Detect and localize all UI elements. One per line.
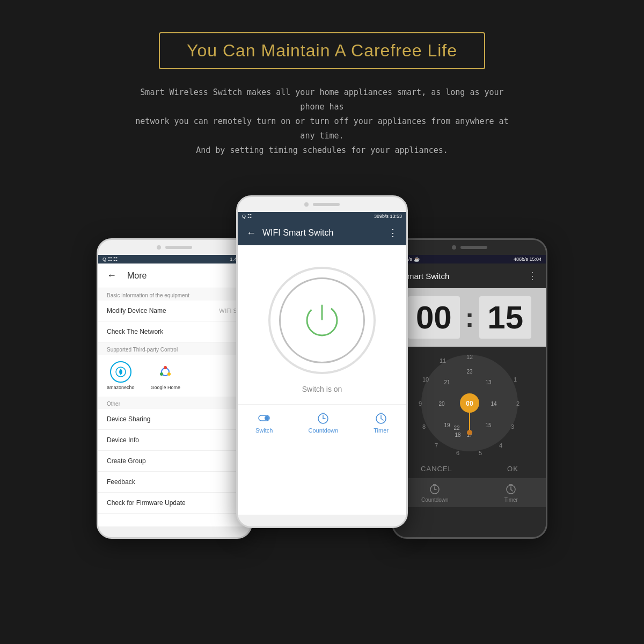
item6-label: Feedback [107,478,135,486]
dark-header: Smart Switch ⋮ [393,264,546,288]
section1-label: Basic information of the equipment [98,288,251,301]
menu-item-feedback[interactable]: Feedback [98,472,251,493]
time-colon: : [465,302,474,333]
nav-timer[interactable]: Timer [374,411,389,434]
phones-section: Q ☷ ☷ 1.42K/s ← More Basic information o… [0,174,644,539]
status-icons-center: Q ☷ [242,214,252,219]
nav-countdown-label: Countdown [309,427,339,434]
timer-icon [374,411,388,425]
nav-switch[interactable]: Switch [255,411,273,434]
status-bar-left: Q ☷ ☷ 1.42K/s [98,255,251,264]
nav-switch-label: Switch [255,427,273,434]
subtitle-text: Smart Wireless Switch makes all your hom… [134,85,510,158]
dark-bottom-nav: Countdown Timer [393,478,546,507]
svg-text:15: 15 [485,422,492,428]
google-logo[interactable]: Google Home [151,361,181,390]
svg-line-15 [381,419,383,420]
phone-left: Q ☷ ☷ 1.42K/s ← More Basic information o… [97,238,252,539]
cancel-ok-row: CANCEL OK [393,459,546,478]
menu-item-modify-name[interactable]: Modify Device Name WIFI Sm [98,301,251,321]
header-section: You Can Maintain A Carefree Life Smart W… [0,0,644,174]
menu-item-firmware[interactable]: Check for Firmware Update [98,493,251,514]
svg-point-8 [265,416,269,420]
speaker-left [165,246,192,249]
dark-countdown-icon [428,482,441,495]
nav-title-left: More [127,271,147,281]
svg-text:11: 11 [440,357,446,364]
menu-item-create-group[interactable]: Create Group [98,451,251,472]
third-party-section: amazonecho Google Home [98,355,251,397]
dark-nav-timer[interactable]: Timer [504,482,518,503]
svg-point-43 [467,430,472,435]
speaker-center [313,203,340,206]
bottom-nav-center: Switch Countdown [238,404,406,440]
dark-title: Smart Switch [402,272,449,281]
menu-item-device-sharing[interactable]: Device Sharing [98,409,251,430]
power-ring[interactable] [268,267,376,374]
svg-text:7: 7 [435,442,438,449]
countdown-icon [316,411,330,425]
svg-text:22: 22 [453,425,460,431]
speaker-right [460,246,487,249]
menu-item-device-info[interactable]: Device Info [98,430,251,451]
title-box: You Can Maintain A Carefree Life [159,32,485,69]
phone-top-right [393,240,546,255]
status-time-center: 389b/s 13:53 [374,214,402,219]
dark-nav-countdown[interactable]: Countdown [421,482,449,503]
back-arrow-center[interactable]: ← [246,228,256,239]
svg-text:23: 23 [466,369,473,375]
svg-text:12: 12 [466,354,473,360]
app-header-center: ← WIFI Smart Switch ⋮ [238,221,406,245]
power-button-area: Switch is on [238,245,406,404]
svg-text:4: 4 [499,442,502,449]
svg-point-2 [164,366,167,369]
svg-line-50 [511,489,513,491]
cancel-button[interactable]: CANCEL [421,465,452,473]
nav-bar-left: ← More [98,264,251,288]
svg-text:8: 8 [422,423,426,430]
left-screen: ← More Basic information of the equipmen… [98,264,251,526]
svg-point-4 [160,372,163,376]
dark-timer-label: Timer [504,497,518,503]
alexa-label: amazonecho [107,385,135,390]
app-title-center: WIFI Smart Switch [262,228,382,238]
item1-label: Modify Device Name [107,307,166,314]
phone-top-left [98,240,251,255]
svg-text:20: 20 [438,401,445,407]
item7-label: Check for Firmware Update [107,499,186,507]
section3-label: Other [98,397,251,409]
phone-right: 486b/s ☕ 486b/s 15:04 Smart Switch ⋮ 00 … [392,238,547,539]
svg-text:9: 9 [419,400,422,407]
item4-label: Device Info [107,436,139,444]
ok-button[interactable]: OK [507,465,518,473]
phone-center: Q ☷ 389b/s 13:53 ← WIFI Smart Switch ⋮ [236,195,408,528]
svg-text:3: 3 [511,423,514,430]
svg-text:1: 1 [514,376,517,383]
clock-dial-svg[interactable]: 12 1 2 3 4 5 6 7 8 9 10 11 23 13 14 15 [411,349,529,457]
svg-text:6: 6 [456,450,459,456]
more-icon-right[interactable]: ⋮ [528,270,537,282]
item3-label: Device Sharing [107,415,150,423]
svg-point-3 [167,372,171,376]
svg-text:21: 21 [444,379,450,385]
nav-countdown[interactable]: Countdown [309,411,339,434]
alexa-icon [110,361,131,383]
nav-timer-label: Timer [374,427,389,434]
right-screen: Smart Switch ⋮ 00 : 15 12 1 2 3 [393,264,546,526]
time-display: 00 : 15 [393,288,546,347]
page-title: You Can Maintain A Carefree Life [187,41,457,60]
more-icon-center[interactable]: ⋮ [388,227,398,239]
google-label: Google Home [151,385,181,390]
google-icon [155,361,176,383]
back-arrow-left[interactable]: ← [107,270,116,281]
svg-text:10: 10 [422,376,429,383]
power-ring-inner [279,277,365,363]
alexa-logo[interactable]: amazonecho [107,361,135,390]
camera-right [452,245,456,250]
svg-text:13: 13 [485,379,492,385]
svg-text:14: 14 [491,401,497,407]
menu-item-check-network[interactable]: Check The Network C [98,321,251,342]
power-icon [301,299,343,342]
svg-text:2: 2 [516,400,519,407]
item2-label: Check The Network [107,328,163,335]
